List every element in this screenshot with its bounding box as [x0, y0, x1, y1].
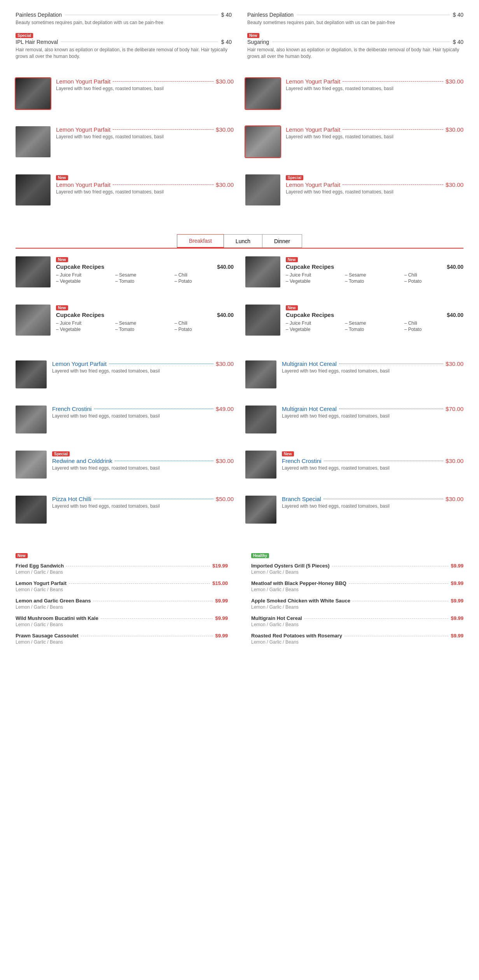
menu-card-info: Lemon Yogurt Parfait $30.00 Layered with… — [286, 78, 463, 91]
cupcake-section: New Cupcake Recipes $40.00 – Juice Fruit… — [0, 252, 479, 349]
cupcake-card: New Cupcake Recipes $40.00 – Juice Fruit… — [245, 256, 463, 287]
service-price: $ 40 — [453, 12, 463, 18]
list-item-name: Lemon Yogurt Parfait — [16, 580, 66, 586]
menu-card-image — [16, 126, 51, 157]
list-item-dots — [344, 636, 448, 636]
menu-card-price: $30.00 — [446, 181, 463, 188]
list-item: Meatloaf with Black Pepper-Honey BBQ $9.… — [251, 580, 463, 592]
tab-breakfast[interactable]: Breakfast — [177, 234, 224, 248]
featured-desc: Layered with two fried eggs, roasted tom… — [52, 368, 234, 374]
services-right-col: Painless Depilation $ 40 Beauty sometime… — [247, 12, 463, 66]
menu-card-desc: Layered with two fried eggs, roasted tom… — [286, 189, 463, 195]
cupcake-tags: – Juice Fruit– Sesame– Chili – Vegetable… — [286, 320, 463, 332]
menu-card-desc: Layered with two fried eggs, roasted tom… — [56, 86, 234, 91]
featured-card: Pizza Hot Chilli $50.00 Layered with two… — [16, 496, 234, 524]
service-name: Sugaring — [247, 39, 269, 45]
featured-line — [109, 364, 213, 364]
special-badge: Special — [52, 451, 70, 456]
menu-card-desc: Layered with two fried eggs, roasted tom… — [286, 86, 463, 91]
cupcake-card: New Cupcake Recipes $40.00 – Juice Fruit… — [245, 305, 463, 336]
cupcake-tags: – Juice Fruit– Sesame– Chili – Vegetable… — [56, 320, 234, 332]
cupcake-title: Cupcake Recipes — [286, 263, 334, 270]
menu-card-line — [113, 185, 213, 185]
list-item-price: $9.99 — [215, 598, 228, 604]
list-item-sub: Lemon / Garlic / Beans — [16, 604, 228, 610]
list-item-sub: Lemon / Garlic / Beans — [251, 622, 463, 627]
featured-card: Multigrain Hot Cereal $30.00 Layered wit… — [245, 360, 463, 388]
list-item-price: $19.99 — [212, 563, 228, 569]
list-item-dots — [66, 566, 210, 566]
service-item: Special IPL Hair Removal $ 40 Hair remov… — [16, 33, 232, 60]
featured-desc: Layered with two fried eggs, roasted tom… — [282, 465, 463, 471]
featured-info: Pizza Hot Chilli $50.00 Layered with two… — [52, 496, 234, 509]
list-item-dots — [349, 583, 449, 584]
services-section: Painless Depilation $ 40 Beauty sometime… — [0, 0, 479, 74]
tab-lunch[interactable]: Lunch — [224, 234, 262, 248]
cupcake-image — [16, 305, 51, 336]
list-item: Lemon and Garlic Green Beans $9.99 Lemon… — [16, 598, 228, 610]
service-item: Painless Depilation $ 40 Beauty sometime… — [247, 12, 463, 26]
service-name: Painless Depilation — [247, 12, 294, 18]
list-item-dots — [353, 601, 448, 601]
list-item-name: Prawn Sausage Cassoulet — [16, 633, 79, 639]
list-item-sub: Lemon / Garlic / Beans — [16, 587, 228, 592]
menu-card: Lemon Yogurt Parfait $30.00 Layered with… — [16, 126, 234, 157]
list-menu-right: Healthy Imported Oysters Grill (5 Pieces… — [251, 552, 463, 650]
featured-price: $50.00 — [216, 496, 234, 502]
featured-card: Branch Special $30.00 Layered with two f… — [245, 496, 463, 524]
cupcake-image — [245, 305, 280, 336]
featured-desc: Layered with two fried eggs, roasted tom… — [52, 465, 234, 471]
menu-card-image — [245, 126, 280, 157]
menu-card-desc: Layered with two fried eggs, roasted tom… — [56, 189, 234, 195]
list-item-price: $9.99 — [451, 563, 463, 569]
cupcake-info: New Cupcake Recipes $40.00 – Juice Fruit… — [286, 305, 463, 332]
list-menu-section: New Fried Egg Sandwich $19.99 Lemon / Ga… — [0, 545, 479, 662]
featured-title: Lemon Yogurt Parfait — [52, 360, 107, 367]
tabs-container: Breakfast Lunch Dinner — [0, 226, 479, 248]
list-item-name: Multigrain Hot Cereal — [251, 615, 302, 621]
service-price: $ 40 — [221, 39, 232, 45]
menu-card: Special Lemon Yogurt Parfait $30.00 Laye… — [245, 174, 463, 205]
list-item-name: Roasted Red Potatoes with Rosemary — [251, 633, 342, 639]
list-item: Multigrain Hot Cereal $9.99 Lemon / Garl… — [251, 615, 463, 627]
service-desc: Beauty sometimes requires pain, but depi… — [247, 19, 463, 26]
menu-card: Lemon Yogurt Parfait $30.00 Layered with… — [245, 126, 463, 157]
menu-card-info: Lemon Yogurt Parfait $30.00 Layered with… — [56, 126, 234, 139]
menu-card: Lemon Yogurt Parfait $30.00 Layered with… — [16, 78, 234, 109]
featured-info: Special Redwine and Colddrink $30.00 Lay… — [52, 451, 234, 471]
service-name: IPL Hair Removal — [16, 39, 58, 45]
menu-card-desc: Layered with two fried eggs, roasted tom… — [286, 134, 463, 139]
featured-card: Lemon Yogurt Parfait $30.00 Layered with… — [16, 360, 234, 388]
cupcake-card: New Cupcake Recipes $40.00 – Juice Fruit… — [16, 305, 234, 336]
service-line — [272, 42, 450, 42]
list-item-dots — [81, 636, 213, 636]
cupcake-tags: – Juice Fruit– Sesame– Chili – Vegetable… — [286, 272, 463, 284]
menu-card-title: Lemon Yogurt Parfait — [286, 126, 340, 133]
featured-info: Multigrain Hot Cereal $70.00 Layered wit… — [282, 406, 463, 419]
menu-card-image — [16, 78, 51, 109]
list-item-price: $9.99 — [451, 580, 463, 586]
featured-title: French Crostini — [52, 406, 92, 412]
service-price: $ 40 — [221, 12, 232, 18]
special-badge: Special — [16, 33, 33, 38]
service-desc: Hair removal, also known as epilation or… — [16, 47, 232, 60]
service-desc: Hair removal, also known as epilation or… — [247, 47, 463, 60]
list-item: Lemon Yogurt Parfait $15.00 Lemon / Garl… — [16, 580, 228, 592]
new-badge: New — [16, 553, 28, 558]
list-item-sub: Lemon / Garlic / Beans — [16, 622, 228, 627]
featured-desc: Layered with two fried eggs, roasted tom… — [282, 368, 463, 374]
service-item: New Sugaring $ 40 Hair removal, also kno… — [247, 33, 463, 60]
services-left-col: Painless Depilation $ 40 Beauty sometime… — [16, 12, 232, 66]
menu-card-info: New Lemon Yogurt Parfait $30.00 Layered … — [56, 174, 234, 195]
featured-title: Multigrain Hot Cereal — [282, 406, 337, 412]
list-item-price: $9.99 — [215, 615, 228, 621]
service-line — [297, 15, 450, 15]
menu-card-desc: Layered with two fried eggs, roasted tom… — [56, 134, 234, 139]
cupcake-info: New Cupcake Recipes $40.00 – Juice Fruit… — [56, 305, 234, 332]
featured-desc: Layered with two fried eggs, roasted tom… — [282, 503, 463, 509]
tab-dinner[interactable]: Dinner — [262, 234, 302, 248]
featured-card: New French Crostini $30.00 Layered with … — [245, 451, 463, 479]
menu-card-line — [113, 129, 213, 130]
featured-info: French Crostini $49.00 Layered with two … — [52, 406, 234, 419]
featured-line — [115, 461, 213, 461]
